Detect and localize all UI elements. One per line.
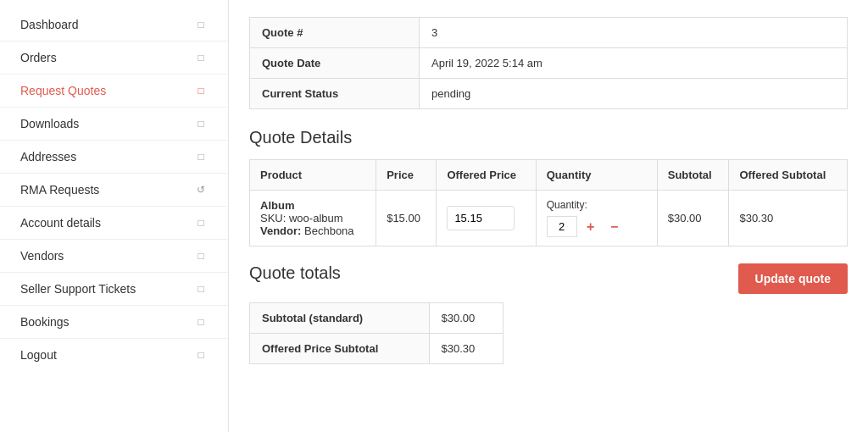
rma-requests-icon: ↺ (194, 183, 208, 197)
subtotal-value: $30.00 (429, 303, 504, 334)
quote-date-label: Quote Date (250, 48, 420, 79)
quote-info-table: Quote # 3 Quote Date April 19, 2022 5:14… (249, 17, 848, 109)
sidebar-item-addresses[interactable]: Addresses □ (0, 141, 228, 174)
vendors-icon: □ (194, 249, 208, 263)
offered-price-input[interactable] (447, 206, 515, 230)
quote-details-table: Product Price Offered Price Quantity Sub… (249, 159, 848, 246)
totals-section: Quote totals Update quote (249, 263, 848, 294)
subtotal-label: Subtotal (standard) (250, 303, 430, 334)
quote-number-value: 3 (420, 18, 848, 48)
sidebar-item-downloads[interactable]: Downloads □ (0, 108, 228, 141)
dashboard-icon: □ (194, 18, 208, 31)
price-cell: $15.00 (376, 191, 437, 246)
product-vendor: Vendor: Bechbona (260, 224, 365, 237)
totals-table: Subtotal (standard) $30.00 Offered Price… (249, 302, 504, 364)
quote-status-value: pending (420, 79, 848, 109)
quantity-label: Quantity: (547, 199, 647, 211)
quote-status-label: Current Status (250, 79, 420, 109)
col-quantity: Quantity (536, 160, 657, 191)
sidebar: Dashboard □ Orders □ Request Quotes □ Do… (0, 0, 229, 432)
subtotal-cell: $30.00 (657, 191, 729, 246)
quote-date-row: Quote Date April 19, 2022 5:14 am (250, 48, 848, 79)
logout-icon: □ (194, 348, 208, 362)
quantity-controls: + − (547, 216, 647, 237)
sidebar-item-rma-requests[interactable]: RMA Requests ↺ (0, 174, 228, 207)
quantity-increase-button[interactable]: + (581, 217, 601, 237)
quote-totals-title: Quote totals (249, 263, 341, 283)
main-content: Quote # 3 Quote Date April 19, 2022 5:14… (229, 0, 868, 432)
offered-subtotal-cell: $30.30 (729, 191, 848, 246)
request-quotes-icon: □ (194, 84, 208, 97)
sidebar-item-seller-support-tickets[interactable]: Seller Support Tickets □ (0, 273, 228, 306)
offered-subtotal-label: Offered Price Subtotal (250, 334, 430, 364)
quote-number-label: Quote # (250, 18, 420, 48)
col-offered-subtotal: Offered Subtotal (729, 160, 848, 191)
product-name: Album (260, 199, 365, 212)
sidebar-item-orders[interactable]: Orders □ (0, 42, 228, 75)
seller-support-icon: □ (194, 282, 208, 296)
totals-subtotal-row: Subtotal (standard) $30.00 (250, 303, 504, 334)
quote-details-title: Quote Details (249, 128, 848, 147)
col-product: Product (250, 160, 376, 191)
col-offered-price: Offered Price (437, 160, 536, 191)
quote-date-value: April 19, 2022 5:14 am (420, 48, 848, 79)
totals-offered-row: Offered Price Subtotal $30.30 (250, 334, 504, 364)
product-sku: SKU: woo-album (260, 212, 365, 224)
col-price: Price (376, 160, 437, 191)
product-cell: Album SKU: woo-album Vendor: Bechbona (250, 191, 376, 246)
quantity-decrease-button[interactable]: − (604, 217, 625, 237)
quote-status-row: Current Status pending (250, 79, 848, 109)
addresses-icon: □ (194, 150, 208, 163)
sidebar-item-request-quotes[interactable]: Request Quotes □ (0, 75, 228, 108)
offered-price-cell (437, 191, 536, 246)
sidebar-item-logout[interactable]: Logout □ (0, 339, 228, 371)
sidebar-item-vendors[interactable]: Vendors □ (0, 240, 228, 273)
account-details-icon: □ (194, 216, 208, 230)
table-row: Album SKU: woo-album Vendor: Bechbona $1… (250, 191, 848, 246)
quote-number-row: Quote # 3 (250, 18, 848, 48)
orders-icon: □ (194, 51, 208, 64)
col-subtotal: Subtotal (657, 160, 729, 191)
sidebar-item-dashboard[interactable]: Dashboard □ (0, 8, 228, 42)
sidebar-item-account-details[interactable]: Account details □ (0, 207, 228, 240)
offered-subtotal-value: $30.30 (429, 334, 504, 364)
quantity-input[interactable] (547, 216, 577, 237)
update-quote-button[interactable]: Update quote (738, 263, 848, 294)
sidebar-item-bookings[interactable]: Bookings □ (0, 306, 228, 339)
downloads-icon: □ (194, 117, 208, 130)
bookings-icon: □ (194, 315, 208, 329)
quantity-cell: Quantity: + − (536, 191, 657, 246)
